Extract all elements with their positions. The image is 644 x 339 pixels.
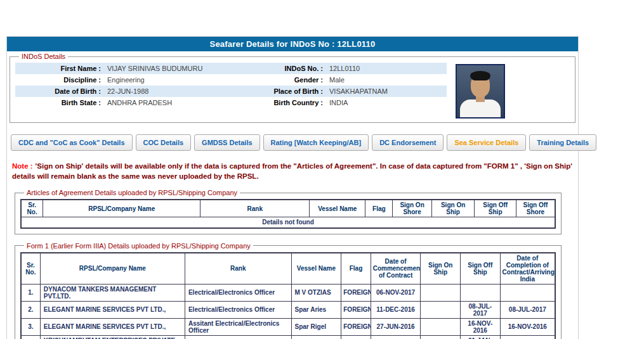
cell-sign-off-ship [461,284,501,301]
cell-company: ELEGANT MARINE SERVICES PVT LTD., [40,301,185,318]
tab-sea-service-details[interactable]: Sea Service Details [447,134,526,151]
cell-rank: Electrical/Electronics Officer [185,284,291,301]
indos-details-legend: INDoS Details [19,53,68,60]
note-label: Note : [12,162,33,170]
form1-table: Sr. No. RPSL/Company Name Rank Vessel Na… [20,252,556,339]
column-header: Flag [365,200,393,217]
tab-cdc-coc-as-cook-details[interactable]: CDC and "CoC as Cook" Details [11,134,133,151]
gender-label: Gender : [250,74,326,86]
tab-coc-details[interactable]: COC Details [136,134,192,151]
tab-dc-endorsement[interactable]: DC Endorsement [372,134,444,151]
indos-details-table: First Name : VIJAY SRINIVAS BUDUMURU IND… [15,63,447,108]
tab-rating-watch-keeping-ab[interactable]: Rating [Watch Keeping/AB] [263,134,369,151]
table-row: 3. ELEGANT MARINE SERVICES PVT LTD., Ass… [21,318,555,335]
cell-company: KRISHNAMRUTAM ENTERPRISES PRIVATE LIMITE… [40,335,185,339]
column-header: Sign Off Shore [516,200,555,217]
table-row: Date of Birth : 22-JUN-1988 Place of Bir… [15,86,447,97]
cell-sign-on-ship [421,284,461,301]
cell-rank: Assitant Electrical/Electronics Officer [185,318,291,335]
cell-completion-date: 16-NOV-2016 [500,318,555,335]
cell-sr-no: 3. [21,318,40,335]
note-text: Note :'Sign on Ship' details will be ava… [12,161,573,181]
column-header: RPSL/Company Name [40,253,185,285]
articles-of-agreement-table: Sr. No. RPSL/Company Name Rank Vessel Na… [20,199,556,229]
tab-gmdss-details[interactable]: GMDSS Details [194,134,260,151]
cell-vessel: Spar Rigel [291,318,341,335]
cell-flag: FOREIGN [341,301,371,318]
column-header: Sign On Ship [431,200,475,217]
table-row: First Name : VIJAY SRINIVAS BUDUMURU IND… [15,63,447,74]
birth-state-label: Birth State : [15,97,104,108]
cell-completion-date: 01-JAN-2016 [500,335,555,339]
birth-state-value: ANDHRA PRADESH [104,97,250,108]
cell-company: DYNACOM TANKERS MANAGEMENT PVT.LTD. [40,284,185,301]
column-header: Date of Completion of Contract/Arriving … [500,253,555,285]
place-of-birth-label: Place of Birth : [250,86,326,97]
cell-sign-on-ship [421,318,461,335]
column-header: Sr. No. [21,200,43,217]
cell-commencement-date: 06-NOV-2017 [371,284,421,301]
content-container: Seafarer Details for INDoS No : 12LL0110… [6,36,579,339]
details-not-found-message: Details not found [21,217,555,228]
details-tabs: CDC and "CoC as Cook" Details COC Detail… [11,134,574,151]
first-name-label: First Name : [15,63,104,74]
cell-flag: FOREIGN [341,318,371,335]
cell-sign-off-ship: 08-JUL-2017 [461,301,501,318]
date-of-birth-value: 22-JUN-1988 [104,86,250,97]
cell-commencement-date: 01-JUN-2015 [371,335,421,339]
column-header: RPSL/Company Name [43,200,200,217]
page-title: Seafarer Details for INDoS No : 12LL0110 [7,37,578,51]
column-header: Sr. No. [21,253,40,285]
cell-company: ELEGANT MARINE SERVICES PVT LTD., [40,318,185,335]
table-row: Birth State : ANDHRA PRADESH Birth Count… [15,97,447,108]
articles-of-agreement-section: Articles of Agreement Details uploaded b… [15,189,562,234]
cell-sign-on-ship [421,301,461,318]
form1-section: Form 1 (Earlier Form IIIA) Details uploa… [15,242,562,339]
column-header: Flag [341,253,371,285]
column-header: Vessel Name [310,200,365,217]
table-header-row: Sr. No. RPSL/Company Name Rank Vessel Na… [21,200,555,217]
table-row: 1. DYNACOM TANKERS MANAGEMENT PVT.LTD. E… [21,284,555,301]
column-header: Sign On Ship [421,253,461,285]
table-row: 2. ELEGANT MARINE SERVICES PVT LTD., Ele… [21,301,555,318]
cell-flag: FOREIGN [341,335,371,339]
seafarer-photo [456,64,505,118]
cell-sign-on-ship [421,335,461,339]
first-name-value: VIJAY SRINIVAS BUDUMURU [104,63,250,74]
indos-no-label: INDoS No. : [250,63,326,74]
cell-completion-date: 08-JUL-2017 [500,301,555,318]
photo-shirt-graphic [460,99,501,118]
note-body: 'Sign on Ship' details will be available… [12,162,572,180]
column-header: Rank [185,253,291,285]
column-header: Rank [200,200,310,217]
form1-legend: Form 1 (Earlier Form IIIA) Details uploa… [24,242,253,250]
cell-sr-no: 1. [21,284,40,301]
table-row: 4. KRISHNAMRUTAM ENTERPRISES PRIVATE LIM… [21,335,555,339]
photo-hair-graphic [470,71,490,80]
indos-no-value: 12LL0110 [326,63,447,74]
cell-vessel: Spar Aries [291,301,341,318]
cell-sr-no: 4. [21,335,40,339]
tab-training-details[interactable]: Training Details [529,134,596,151]
column-header: Sign Off Ship [475,200,516,217]
table-row: Details not found [21,217,555,228]
cell-vessel: M.V. AJYAL 1 [291,335,341,339]
articles-of-agreement-legend: Articles of Agreement Details uploaded b… [24,189,240,196]
place-of-birth-value: VISAKHAPATNAM [326,86,447,97]
cell-flag: FOREIGN [341,284,371,301]
discipline-label: Discipline : [15,74,104,86]
cell-sign-off-ship: 16-NOV-2016 [461,318,501,335]
cell-vessel: M V OTZIAS [291,284,341,301]
cell-rank: Electrical/Electronics Officer [185,335,291,339]
cell-sr-no: 2. [21,301,40,318]
column-header: Sign On Shore [393,200,431,217]
table-header-row: Sr. No. RPSL/Company Name Rank Vessel Na… [21,253,555,285]
discipline-value: Engineering [104,74,250,86]
cell-commencement-date: 27-JUN-2016 [371,318,421,335]
gender-value: Male [326,74,447,86]
birth-country-label: Birth Country : [250,97,326,108]
column-header: Vessel Name [291,253,341,285]
column-header: Sign Off Ship [461,253,501,285]
date-of-birth-label: Date of Birth : [15,86,104,97]
birth-country-value: INDIA [326,97,447,108]
